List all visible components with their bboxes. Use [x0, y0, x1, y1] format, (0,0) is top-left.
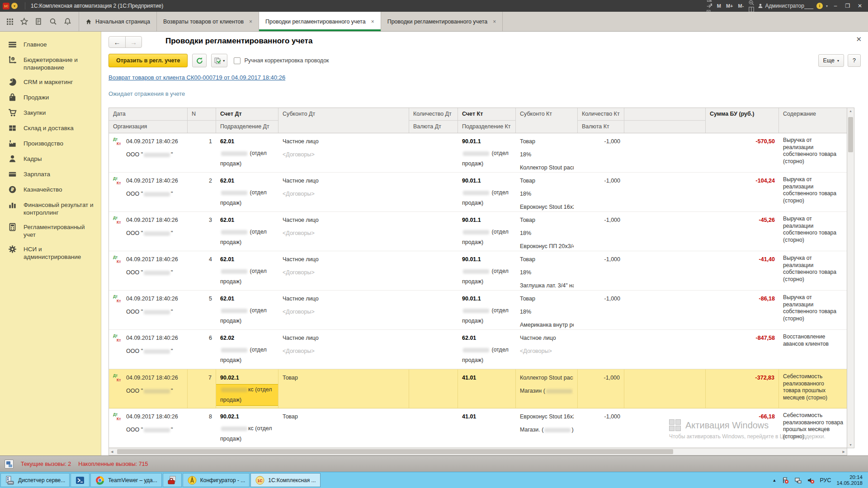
cell-credit-qty[interactable]: -1,000	[578, 369, 624, 408]
tab-0[interactable]: Начальная страница	[79, 12, 157, 31]
memory-button[interactable]: M	[716, 3, 722, 9]
apps-menu-icon[interactable]	[5, 18, 14, 26]
cell-debit-qty[interactable]	[409, 133, 458, 172]
cell-debit-subconto[interactable]: Товар	[278, 408, 409, 447]
cell-amount[interactable]: -41,40	[706, 251, 779, 290]
posting-row-7[interactable]: ДтКт04.09.2017 18:40:26ООО ""790.02.1кс …	[109, 369, 847, 408]
horizontal-scrollbar[interactable]: ◀ ▶	[108, 448, 847, 455]
posting-row-2[interactable]: ДтКт04.09.2017 18:40:26ООО ""262.01 (отд…	[109, 173, 847, 212]
cell-credit-qty[interactable]: -1,000	[578, 251, 624, 290]
sidebar-item-9[interactable]: ₽Казначейство	[8, 185, 96, 194]
cell-date-org[interactable]: ДтКт04.09.2017 18:40:26ООО ""	[109, 173, 188, 211]
tray-expand-icon[interactable]: ▲	[772, 478, 776, 483]
cell-content[interactable]: Восстановление авансов клиентов	[779, 330, 847, 369]
cell-content[interactable]: Себестоимость реализованного товара прош…	[779, 369, 847, 408]
cell-credit-account[interactable]: 90.01.1 (отдел продаж)	[458, 291, 516, 329]
cell-debit-account[interactable]: 62.01 (отдел продаж)	[216, 173, 278, 211]
cell-credit-qty[interactable]: -1,000	[578, 133, 624, 172]
cell-amount[interactable]: -847,58	[706, 330, 779, 369]
cell-credit-account[interactable]: 41.01	[458, 408, 516, 447]
back-button[interactable]: ←	[109, 37, 125, 47]
posting-row-8[interactable]: ДтКт04.09.2017 18:40:26ООО ""890.02.1кс …	[109, 408, 847, 448]
taskbar-button-0[interactable]: Диспетчер серве...	[0, 473, 70, 487]
taskbar-button-4[interactable]: Конфигуратор - ...	[183, 473, 250, 487]
info-icon[interactable]: i	[816, 3, 823, 9]
column-header-1[interactable]: N	[188, 108, 216, 133]
cell-credit-qty[interactable]: -1,000	[578, 408, 624, 447]
reflect-button[interactable]: Отразить в регл. учете	[108, 54, 188, 67]
posting-row-1[interactable]: ДтКт04.09.2017 18:40:26ООО ""162.01 (отд…	[109, 133, 847, 173]
column-header-8[interactable]	[624, 108, 706, 133]
source-document-link[interactable]: Возврат товаров от клиента СК00-000719 о…	[108, 74, 285, 81]
cell-debit-subconto[interactable]: Частное лицо<Договоры>	[278, 251, 409, 290]
cell-content[interactable]: Выручка от реализации собственного товар…	[779, 251, 847, 290]
cell-debit-qty[interactable]	[409, 330, 458, 369]
cell-content[interactable]: Себестоимость реализованного товара прош…	[779, 408, 847, 447]
performance-icon[interactable]	[5, 460, 14, 469]
cell-amount[interactable]: -86,18	[706, 291, 779, 329]
cell-debit-account[interactable]: 62.02 (отдел продаж)	[216, 330, 278, 369]
cell-number[interactable]: 1	[188, 133, 216, 172]
cell-credit-subconto[interactable]: Товар18%Заглушка лат. 3/4" нар...	[516, 251, 578, 290]
cell-date-org[interactable]: ДтКт04.09.2017 18:40:26ООО ""	[109, 251, 188, 290]
cell-credit-subconto[interactable]: Товар18%Евроконус Stout 16х2,...	[516, 173, 578, 211]
cell-extra[interactable]	[624, 408, 706, 447]
column-header-7[interactable]: Количество КтВалюта Кт	[578, 108, 624, 133]
cell-extra[interactable]	[624, 212, 706, 251]
cell-amount[interactable]: -66,18	[706, 408, 779, 447]
system-menu-icon[interactable]: ▾	[11, 3, 18, 9]
cell-credit-qty[interactable]	[578, 330, 624, 369]
cell-credit-subconto[interactable]: Товар18%Американка внутр резь...	[516, 291, 578, 329]
cell-debit-qty[interactable]	[409, 251, 458, 290]
cell-number[interactable]: 6	[188, 330, 216, 369]
tab-close-icon[interactable]: ×	[493, 19, 496, 25]
column-header-4[interactable]: Количество ДтВалюта Дт	[409, 108, 458, 133]
taskbar-button-1[interactable]	[71, 473, 90, 487]
cell-extra[interactable]	[624, 330, 706, 369]
cell-content[interactable]: Выручка от реализации собственного товар…	[779, 133, 847, 172]
manual-adjust-checkbox[interactable]	[234, 57, 241, 64]
zoom-icon[interactable]	[748, 0, 755, 6]
sidebar-item-12[interactable]: НСИ и администрирование	[8, 244, 96, 261]
cell-debit-account[interactable]: 62.01 (отдел продаж)	[216, 251, 278, 290]
cell-credit-qty[interactable]: -1,000	[578, 291, 624, 329]
cell-content[interactable]: Выручка от реализации собственного товар…	[779, 212, 847, 251]
memory-minus-button[interactable]: M-	[737, 3, 745, 9]
search-icon[interactable]	[49, 18, 57, 26]
vertical-scroll-thumb[interactable]	[848, 117, 853, 152]
cell-extra[interactable]	[624, 133, 706, 172]
column-header-6[interactable]: Субконто Кт	[516, 108, 578, 133]
help-button[interactable]: ?	[848, 54, 861, 67]
cell-credit-subconto[interactable]: Товар18%Евроконус ПП 20х3/4" ...	[516, 212, 578, 251]
favorites-star-icon[interactable]	[20, 18, 28, 26]
cell-amount[interactable]: -372,83	[706, 369, 779, 408]
info-caret-icon[interactable]: ▾	[826, 4, 828, 8]
column-header-10[interactable]: Содержание	[779, 108, 847, 133]
volume-muted-icon[interactable]	[807, 477, 814, 484]
sidebar-item-1[interactable]: РБюджетирование и планирование	[8, 55, 96, 71]
sidebar-item-6[interactable]: Производство	[8, 139, 96, 148]
cell-credit-subconto[interactable]: Коллектор Stout распр...Магазин ()	[516, 369, 578, 408]
cell-amount[interactable]: -570,50	[706, 133, 779, 172]
cell-debit-account[interactable]: 62.01 (отдел продаж)	[216, 291, 278, 329]
column-header-0[interactable]: ДатаОрганизация	[109, 108, 188, 133]
sidebar-item-5[interactable]: Склад и доставка	[8, 123, 96, 133]
cell-content[interactable]: Выручка от реализации собственного товар…	[779, 173, 847, 211]
cell-extra[interactable]	[624, 291, 706, 329]
tab-3[interactable]: Проводки регламентированного учета×	[381, 12, 503, 31]
posting-row-6[interactable]: ДтКт04.09.2017 18:40:26ООО ""662.02 (отд…	[109, 330, 847, 369]
cell-credit-qty[interactable]: -1,000	[578, 173, 624, 211]
forward-button[interactable]: →	[125, 37, 142, 47]
horizontal-scroll-thumb[interactable]	[117, 449, 673, 454]
cell-credit-account[interactable]: 90.01.1 (отдел продаж)	[458, 212, 516, 251]
cell-credit-account[interactable]: 41.01	[458, 369, 516, 408]
cell-debit-account[interactable]: 90.02.1кс (отдел продаж)	[216, 369, 278, 408]
cell-debit-qty[interactable]	[409, 408, 458, 447]
language-indicator[interactable]: РУС	[820, 477, 831, 483]
cell-date-org[interactable]: ДтКт04.09.2017 18:40:26ООО ""	[109, 330, 188, 369]
cell-credit-subconto[interactable]: Евроконус Stout 16х2,...Магази. ()	[516, 408, 578, 447]
refresh-button[interactable]	[192, 54, 207, 67]
cell-credit-account[interactable]: 90.01.1 (отдел продаж)	[458, 133, 516, 172]
cell-amount[interactable]: -45,26	[706, 212, 779, 251]
history-icon[interactable]	[34, 18, 42, 26]
